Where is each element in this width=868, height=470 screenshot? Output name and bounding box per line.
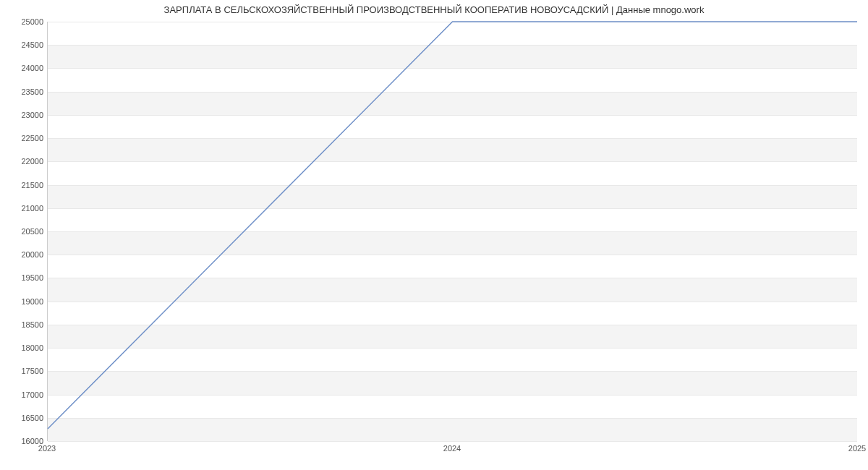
x-tick-label: 2025 <box>848 444 866 453</box>
series-line <box>48 22 857 429</box>
y-tick-label: 23000 <box>4 111 43 119</box>
y-tick-label: 25000 <box>4 17 43 26</box>
y-tick-label: 17500 <box>4 367 43 375</box>
y-tick-label: 20000 <box>4 250 43 259</box>
y-tick-label: 21500 <box>4 181 43 189</box>
y-tick-label: 16500 <box>4 414 43 422</box>
chart-title: ЗАРПЛАТА В СЕЛЬСКОХОЗЯЙСТВЕННЫЙ ПРОИЗВОД… <box>0 4 868 15</box>
y-tick-label: 23500 <box>4 87 43 96</box>
y-tick-label: 22500 <box>4 134 43 142</box>
gridline <box>48 441 857 442</box>
y-tick-label: 18000 <box>4 343 43 352</box>
plot-area <box>47 22 857 441</box>
x-tick-label: 2023 <box>38 444 56 453</box>
chart-container: ЗАРПЛАТА В СЕЛЬСКОХОЗЯЙСТВЕННЫЙ ПРОИЗВОД… <box>0 0 868 470</box>
y-tick-label: 18500 <box>4 320 43 329</box>
y-tick-label: 20500 <box>4 227 43 236</box>
line-path <box>48 22 857 440</box>
y-tick-label: 19000 <box>4 297 43 306</box>
y-tick-label: 17000 <box>4 390 43 399</box>
y-tick-label: 19500 <box>4 273 43 282</box>
y-tick-label: 16000 <box>4 437 43 445</box>
y-tick-label: 22000 <box>4 157 43 166</box>
y-tick-label: 24000 <box>4 64 43 72</box>
y-tick-label: 24500 <box>4 40 43 49</box>
y-tick-label: 21000 <box>4 204 43 213</box>
x-tick-label: 2024 <box>443 444 461 453</box>
